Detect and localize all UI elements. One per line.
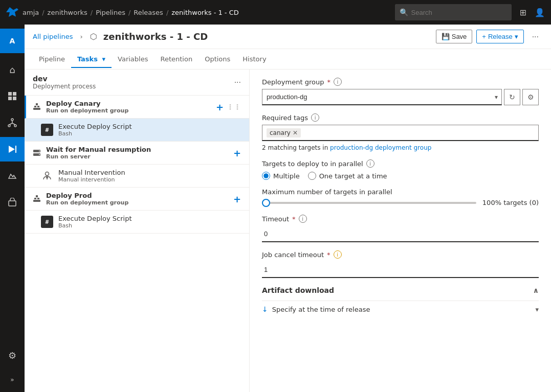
slider-thumb[interactable] <box>262 199 270 207</box>
settings-button[interactable]: ⚙ <box>522 89 539 105</box>
targets-parallel-info-icon[interactable]: i <box>366 159 374 168</box>
timeout-input[interactable] <box>262 226 539 242</box>
required-tags-info-icon[interactable]: i <box>311 113 319 122</box>
tab-variables[interactable]: Variables <box>112 51 154 68</box>
breadcrumb-sep4: / <box>166 9 168 16</box>
phase-name: Deploy Prod <box>46 192 228 199</box>
task-manual-intervention[interactable]: Manual Intervention Manual intervention <box>25 165 249 188</box>
svg-rect-3 <box>13 97 16 100</box>
task-execute-deploy-1[interactable]: # Execute Deploy Script Bash <box>25 119 249 142</box>
task-sub-2: Bash <box>58 222 241 229</box>
radio-multiple-input[interactable] <box>262 172 270 180</box>
right-panel: Deployment group * i production-dg ▾ ↻ ⚙ <box>250 70 551 392</box>
tags-input[interactable]: canary ✕ <box>262 125 539 141</box>
sidebar-bottom: ⚙ » <box>0 343 25 392</box>
breadcrumb: amja / zenithworks / Pipelines / Release… <box>23 9 391 16</box>
deployment-group-select[interactable]: production-dg <box>262 89 502 105</box>
breadcrumb-current: zenithworks - 1 - CD <box>171 9 239 16</box>
tasks-chevron-icon: ▾ <box>102 55 106 63</box>
timeout-info-icon[interactable]: i <box>299 215 307 223</box>
job-cancel-timeout-input[interactable] <box>262 262 539 278</box>
sidebar-item-pipelines[interactable] <box>0 137 25 162</box>
add-task-icon[interactable]: + <box>233 148 241 158</box>
drag-handle-icon[interactable]: ⋮⋮ <box>227 103 241 111</box>
svg-line-9 <box>12 123 15 125</box>
artifact-download-section: Artifact download ∧ ↓ Specify at the tim… <box>262 286 539 317</box>
stage-name: dev <box>33 75 96 83</box>
topbar: amja / zenithworks / Pipelines / Release… <box>0 0 551 25</box>
phase-sub: Run on server <box>46 153 228 160</box>
phase-content: Deploy Prod Run on deployment group <box>46 192 228 206</box>
tab-pipeline[interactable]: Pipeline <box>33 51 71 68</box>
radio-one-input[interactable] <box>308 172 316 180</box>
breadcrumb-zenithworks[interactable]: zenithworks <box>48 9 87 16</box>
sidebar-item-home[interactable]: ⌂ <box>0 57 25 82</box>
required-tags-field: Required tags i canary ✕ 2 matching targ… <box>262 113 539 151</box>
add-task-icon[interactable]: + <box>216 102 224 112</box>
task-execute-deploy-2[interactable]: # Execute Deploy Script Bash <box>25 211 249 234</box>
sidebar-item-expand[interactable]: » <box>0 367 25 392</box>
search-box[interactable]: 🔍 <box>395 4 512 20</box>
task-name: Manual Intervention <box>58 169 241 176</box>
pipeline-header: All pipelines › ⬡ zenithworks - 1 - CD 💾… <box>25 25 551 49</box>
timeout-label: Timeout * i <box>262 215 539 223</box>
stage-more-button[interactable]: ··· <box>234 78 241 87</box>
user-avatar[interactable]: A <box>0 29 25 53</box>
refresh-button[interactable]: ↻ <box>504 89 520 105</box>
deployment-group-info-icon[interactable]: i <box>334 78 342 86</box>
phase-wait-manual[interactable]: Wait for Manual resumption Run on server… <box>25 142 249 165</box>
phase-deploy-canary[interactable]: Deploy Canary Run on deployment group + … <box>25 96 249 119</box>
sidebar-item-settings[interactable]: ⚙ <box>0 343 25 367</box>
breadcrumb-releases[interactable]: Releases <box>134 9 163 16</box>
tab-bar: Pipeline Tasks ▾ Variables Retention Opt… <box>25 49 551 70</box>
more-actions-button[interactable]: ··· <box>528 30 543 44</box>
tab-tasks[interactable]: Tasks ▾ <box>71 51 112 68</box>
svg-point-4 <box>11 119 13 121</box>
stage-sub: Deployment process <box>33 83 96 90</box>
svg-point-6 <box>14 125 16 127</box>
tab-retention[interactable]: Retention <box>154 51 199 68</box>
release-button[interactable]: + Release ▾ <box>476 30 523 43</box>
deployment-group-link[interactable]: production-dg deployment group <box>330 144 431 151</box>
tag-label: canary <box>270 129 291 136</box>
breadcrumb-pipelines[interactable]: Pipelines <box>96 9 125 16</box>
job-cancel-info-icon[interactable]: i <box>334 250 342 259</box>
task-content: Execute Deploy Script Bash <box>58 123 241 137</box>
collapse-icon[interactable]: ∧ <box>533 286 539 294</box>
save-button[interactable]: 💾 Save <box>436 30 473 43</box>
radio-multiple[interactable]: Multiple <box>262 172 300 180</box>
tab-history[interactable]: History <box>236 51 272 68</box>
svg-line-8 <box>9 123 12 125</box>
breadcrumb-amja[interactable]: amja <box>23 9 39 16</box>
max-parallel-label: Maximum number of targets in parallel <box>262 188 539 196</box>
app-logo[interactable] <box>6 6 18 18</box>
grid-icon[interactable]: ⊞ <box>520 8 526 17</box>
search-input[interactable] <box>411 9 507 16</box>
artifact-text: Specify at the time of release <box>272 306 532 313</box>
svg-rect-22 <box>46 177 48 178</box>
phase-deploy-prod[interactable]: Deploy Prod Run on deployment group + <box>25 188 249 211</box>
matching-targets-text: 2 matching targets in production-dg depl… <box>262 144 539 151</box>
phase-actions: + <box>233 194 241 204</box>
tab-options[interactable]: Options <box>199 51 236 68</box>
svg-rect-16 <box>36 103 38 105</box>
svg-rect-13 <box>33 108 40 110</box>
user-icon[interactable]: 👤 <box>535 8 545 17</box>
search-icon: 🔍 <box>400 8 408 16</box>
radio-one-at-a-time[interactable]: One target at a time <box>308 172 387 180</box>
sidebar-item-boards[interactable] <box>0 84 25 108</box>
add-task-icon[interactable]: + <box>233 194 241 204</box>
radio-one-label: One target at a time <box>319 172 387 180</box>
save-icon: 💾 <box>442 33 450 40</box>
sidebar-item-repos[interactable] <box>0 110 25 135</box>
svg-point-21 <box>46 172 49 176</box>
timeout-field: Timeout * i <box>262 215 539 242</box>
svg-rect-12 <box>9 201 16 206</box>
tag-remove-button[interactable]: ✕ <box>293 130 298 136</box>
all-pipelines-link[interactable]: All pipelines <box>33 33 73 40</box>
sidebar-item-test[interactable] <box>0 164 25 188</box>
job-cancel-required: * <box>327 251 330 259</box>
max-parallel-field: Maximum number of targets in parallel 10… <box>262 188 539 206</box>
deployment-group-select-wrapper: production-dg ▾ ↻ ⚙ <box>262 89 539 105</box>
sidebar-item-artifacts[interactable] <box>0 190 25 215</box>
